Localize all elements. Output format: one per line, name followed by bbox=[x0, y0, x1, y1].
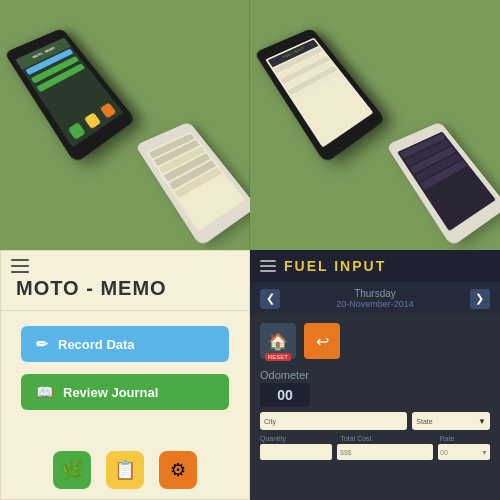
fi-menu-line-3 bbox=[260, 270, 276, 272]
col-quantity: Quantity bbox=[260, 435, 335, 442]
odometer-label: Odometer bbox=[250, 367, 500, 383]
fi-actions: 🏠 RESET ↩ bbox=[250, 315, 500, 367]
fuel-input-title: FUEL INPUT bbox=[284, 258, 386, 274]
menu-line-2 bbox=[11, 265, 29, 267]
rate-input[interactable]: 00 ▼ bbox=[438, 444, 490, 460]
top-right-quadrant: FUEL INPUT bbox=[250, 0, 500, 250]
total-cost-input[interactable]: $$$ bbox=[337, 444, 433, 460]
state-input[interactable]: State ▼ bbox=[412, 412, 490, 430]
clipboard-icon-button[interactable]: 📋 bbox=[106, 451, 144, 489]
home-button[interactable]: 🏠 RESET bbox=[260, 323, 296, 359]
fi-full-date: 20-November-2014 bbox=[336, 299, 414, 309]
top-left-quadrant: MOTO - MEMO bbox=[0, 0, 250, 250]
col-rate: Rate bbox=[440, 435, 490, 442]
fi-date-info: Thursday 20-November-2014 bbox=[336, 288, 414, 309]
mm-footer: 🌿 📋 ⚙ bbox=[1, 451, 249, 489]
black-phone-top-left: MOTO - MEMO bbox=[30, 20, 105, 150]
moto-memo-panel: MOTO - MEMO ✏ Record Data 📖 Review Journ… bbox=[0, 250, 250, 500]
record-data-button[interactable]: ✏ Record Data bbox=[21, 326, 229, 362]
fi-header: FUEL INPUT bbox=[250, 250, 500, 282]
fuel-input-panel: FUEL INPUT ❮ Thursday 20-November-2014 ❯… bbox=[250, 250, 500, 500]
fi-menu-line-1 bbox=[260, 260, 276, 262]
white-phone-top-left bbox=[159, 115, 229, 235]
fi-day: Thursday bbox=[336, 288, 414, 299]
pencil-icon: ✏ bbox=[36, 336, 48, 352]
back-button[interactable]: ↩ bbox=[304, 323, 340, 359]
prev-date-button[interactable]: ❮ bbox=[260, 289, 280, 309]
black-phone-top-right: FUEL INPUT bbox=[280, 20, 355, 150]
mm-title-section: MOTO - MEMO bbox=[1, 277, 249, 311]
bottom-section: MOTO - MEMO ✏ Record Data 📖 Review Journ… bbox=[0, 250, 500, 500]
settings-icon-button[interactable]: ⚙ bbox=[159, 451, 197, 489]
menu-line-3 bbox=[11, 271, 29, 273]
reset-badge: RESET bbox=[265, 353, 291, 361]
review-journal-button[interactable]: 📖 Review Journal bbox=[21, 374, 229, 410]
next-date-button[interactable]: ❯ bbox=[470, 289, 490, 309]
leaf-icon-button[interactable]: 🌿 bbox=[53, 451, 91, 489]
fi-input-row: $$$ 00 ▼ bbox=[250, 442, 500, 462]
menu-icon[interactable] bbox=[11, 259, 29, 273]
quantity-input[interactable] bbox=[260, 444, 332, 460]
fi-date-nav: ❮ Thursday 20-November-2014 ❯ bbox=[250, 282, 500, 315]
white-phone-top-right bbox=[410, 115, 480, 235]
odometer-value: 00 bbox=[277, 387, 293, 403]
city-input[interactable]: City bbox=[260, 412, 407, 430]
fi-columns-header: Quantity Total Cost Rate bbox=[250, 435, 500, 442]
top-section: MOTO - MEMO bbox=[0, 0, 500, 250]
menu-line-1 bbox=[11, 259, 29, 261]
city-placeholder: City bbox=[264, 418, 276, 425]
state-dropdown-arrow: ▼ bbox=[478, 417, 486, 426]
city-state-row: City State ▼ bbox=[250, 412, 500, 430]
col-total-cost: Total Cost bbox=[340, 435, 434, 442]
state-placeholder: State bbox=[416, 418, 432, 425]
mm-header bbox=[1, 251, 249, 277]
fi-menu-line-2 bbox=[260, 265, 276, 267]
fi-menu-icon[interactable] bbox=[260, 260, 276, 272]
moto-memo-title: MOTO - MEMO bbox=[16, 277, 234, 300]
odometer-box: 00 bbox=[260, 383, 310, 407]
book-icon: 📖 bbox=[36, 384, 53, 400]
mm-buttons: ✏ Record Data 📖 Review Journal bbox=[1, 311, 249, 425]
